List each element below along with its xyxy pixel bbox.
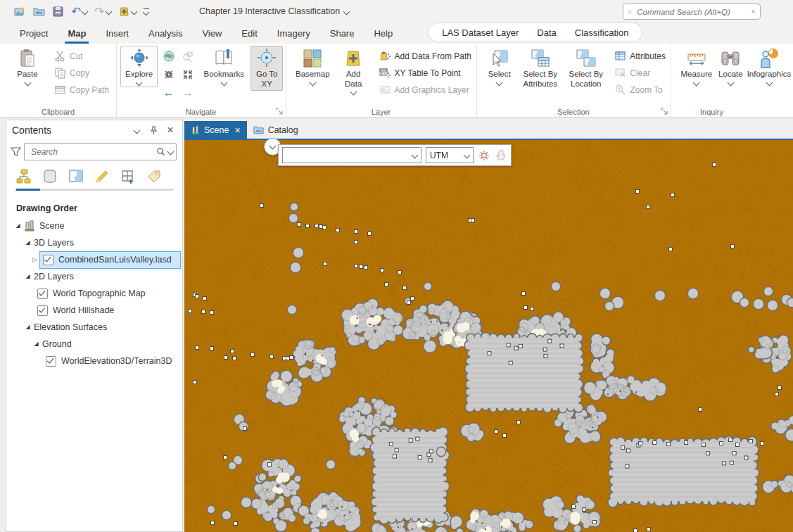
measure-button[interactable]: Measure bbox=[679, 46, 714, 87]
cut-button[interactable]: Cut bbox=[52, 49, 111, 63]
tab-analysis[interactable]: Analysis bbox=[139, 24, 192, 44]
list-by-selection-icon[interactable] bbox=[67, 167, 85, 186]
fixed-zoom-in-icon[interactable] bbox=[159, 65, 178, 84]
tree-item-world-hillshade[interactable]: World Hillshade bbox=[11, 302, 182, 319]
next-extent-button[interactable]: → bbox=[178, 84, 197, 102]
attributes-button[interactable]: Attributes bbox=[612, 49, 668, 63]
tree-item-elevation-surfaces[interactable]: ◢ Elevation Surfaces bbox=[11, 319, 182, 336]
basemap-button[interactable]: Basemap bbox=[291, 46, 334, 87]
point-cloud-map-canvas[interactable] bbox=[184, 140, 793, 532]
tree-item-ground[interactable]: ◢ Ground bbox=[11, 336, 182, 353]
coordinate-format-select[interactable]: UTM bbox=[426, 147, 474, 163]
undo-button[interactable]: ↶ bbox=[70, 4, 89, 19]
bookmarks-chevron-icon[interactable] bbox=[220, 79, 227, 86]
search-icon[interactable] bbox=[156, 147, 165, 156]
open-project-icon[interactable] bbox=[32, 4, 46, 19]
explore-button[interactable]: Explore bbox=[120, 46, 158, 87]
select-by-attributes-button[interactable]: Select By Attributes bbox=[518, 46, 562, 91]
list-by-snapping-icon[interactable] bbox=[119, 167, 137, 186]
copy-button[interactable]: Copy bbox=[52, 65, 111, 80]
undo-chevron-icon[interactable] bbox=[82, 8, 89, 15]
previous-extent-button[interactable]: ← bbox=[159, 84, 178, 102]
close-icon[interactable]: × bbox=[164, 124, 177, 137]
search-options-chevron-icon[interactable] bbox=[167, 148, 175, 156]
tab-edit[interactable]: Edit bbox=[231, 24, 267, 44]
explore-chevron-icon[interactable] bbox=[136, 79, 143, 86]
locate-chevron-icon[interactable] bbox=[727, 79, 734, 86]
tree-item-2d-layers[interactable]: ◢ 2D Layers bbox=[11, 268, 182, 285]
tree-item-world-topographic-map[interactable]: World Topographic Map bbox=[11, 285, 182, 302]
layer-visibility-checkbox[interactable] bbox=[37, 305, 48, 316]
tab-project[interactable]: Project bbox=[10, 24, 58, 44]
command-search-input[interactable] bbox=[635, 7, 748, 17]
command-search[interactable] bbox=[623, 4, 761, 20]
copy-path-button[interactable]: Copy Path bbox=[52, 82, 111, 97]
redo-button[interactable]: ↷ bbox=[93, 4, 112, 19]
tree-item-combinedsanluisvalley[interactable]: ▷ CombinedSanLuisValley.lasd bbox=[11, 251, 182, 268]
expander-icon[interactable]: ◢ bbox=[13, 223, 23, 229]
tab-help[interactable]: Help bbox=[364, 24, 402, 44]
fixed-zoom-out-icon[interactable] bbox=[178, 65, 197, 84]
select-chevron-icon[interactable] bbox=[496, 79, 503, 86]
tree-item-3d-layers[interactable]: ◢ 3D Layers bbox=[11, 234, 182, 251]
bookmarks-button[interactable]: Bookmarks bbox=[198, 46, 249, 87]
tab-insert[interactable]: Insert bbox=[96, 24, 139, 44]
list-by-drawing-order-icon[interactable] bbox=[15, 167, 33, 186]
flash-location-icon[interactable] bbox=[478, 149, 490, 162]
tree-item-scene[interactable]: ◢ Scene bbox=[11, 217, 182, 234]
layer-visibility-checkbox[interactable] bbox=[37, 289, 48, 299]
tab-classification[interactable]: Classification bbox=[566, 25, 638, 41]
coordinate-input[interactable] bbox=[286, 150, 410, 161]
pane-menu-button[interactable] bbox=[130, 124, 143, 137]
contents-search-input[interactable] bbox=[30, 146, 153, 158]
save-project-icon[interactable] bbox=[51, 4, 65, 19]
full-extent-button[interactable] bbox=[159, 47, 178, 65]
layer-visibility-checkbox[interactable] bbox=[43, 255, 53, 265]
tab-catalog[interactable]: Catalog bbox=[247, 121, 305, 139]
search-icon[interactable] bbox=[751, 7, 756, 16]
infographics-button[interactable]: Infographics bbox=[747, 46, 791, 87]
basemap-chevron-icon[interactable] bbox=[309, 79, 316, 86]
pan-to-location-icon[interactable] bbox=[495, 149, 507, 162]
selection-dialog-launcher[interactable] bbox=[660, 107, 668, 115]
xy-table-to-point-button[interactable]: XY XY Table To Point bbox=[377, 65, 474, 80]
expander-icon[interactable]: ▷ bbox=[30, 257, 39, 263]
tab-share[interactable]: Share bbox=[320, 24, 364, 44]
redo-chevron-icon[interactable] bbox=[105, 8, 112, 15]
tab-las-dataset-layer[interactable]: LAS Dataset Layer bbox=[433, 25, 528, 41]
expander-icon[interactable]: ◢ bbox=[23, 324, 32, 330]
navigate-dialog-launcher[interactable] bbox=[275, 107, 284, 115]
list-by-labeling-icon[interactable] bbox=[145, 167, 163, 186]
measure-chevron-icon[interactable] bbox=[693, 79, 700, 86]
expander-icon[interactable]: ◢ bbox=[23, 240, 32, 246]
tab-scene[interactable]: Scene × bbox=[184, 121, 247, 139]
zoom-to-button[interactable]: Zoom To bbox=[612, 82, 668, 97]
tab-imagery[interactable]: Imagery bbox=[267, 24, 320, 44]
add-data-chevron-icon[interactable] bbox=[350, 89, 357, 96]
tab-data[interactable]: Data bbox=[528, 25, 565, 41]
list-by-data-source-icon[interactable] bbox=[41, 167, 59, 186]
paste-chevron-icon[interactable] bbox=[24, 79, 31, 86]
coordinate-history-chevron-icon[interactable] bbox=[412, 152, 419, 159]
add-data-button[interactable]: Add Data bbox=[336, 46, 372, 96]
infographics-chevron-icon[interactable] bbox=[766, 79, 773, 86]
scene-view[interactable]: UTM bbox=[184, 139, 793, 532]
list-by-editing-icon[interactable] bbox=[93, 167, 111, 186]
filter-icon[interactable] bbox=[11, 146, 21, 157]
zoom-to-selection-button[interactable] bbox=[178, 47, 197, 65]
go-to-xy-button[interactable]: Go To XY bbox=[250, 46, 283, 91]
pin-icon[interactable] bbox=[147, 124, 160, 137]
coordinate-input-box[interactable] bbox=[282, 147, 421, 163]
locate-button[interactable]: Locate bbox=[716, 46, 746, 87]
select-button[interactable]: Select bbox=[482, 46, 516, 87]
customize-quick-access-button[interactable] bbox=[142, 7, 151, 16]
tab-view[interactable]: View bbox=[192, 24, 231, 44]
add-graphics-layer-button[interactable]: Add Graphics Layer bbox=[377, 82, 474, 97]
clear-button[interactable]: Clear bbox=[612, 65, 668, 80]
layer-visibility-checkbox[interactable] bbox=[46, 356, 56, 367]
title-chevron-icon[interactable] bbox=[343, 8, 350, 15]
paste-button[interactable]: Paste bbox=[10, 46, 45, 87]
contents-search-box[interactable] bbox=[24, 143, 177, 160]
expander-icon[interactable]: ◢ bbox=[32, 341, 41, 347]
add-data-from-path-button[interactable]: Add Data From Path bbox=[377, 49, 474, 63]
